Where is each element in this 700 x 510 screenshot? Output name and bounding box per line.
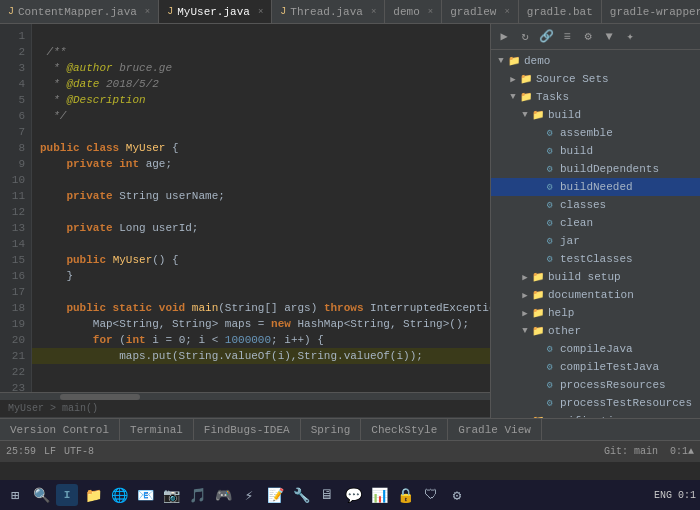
gradle-panel: ▶ ↻ 🔗 ≡ ⚙ ▼ ✦ ▼ 📁 demo ▶ 📁 Source Sets (490, 24, 700, 418)
run-button[interactable]: ▶ (495, 28, 513, 46)
bottom-tab-terminal[interactable]: Terminal (120, 419, 194, 441)
java-icon: J (167, 6, 173, 17)
tab-bar: J ContentMapper.java × J MyUser.java × J… (0, 0, 700, 24)
gradle-task-compilejava[interactable]: ⚙ compileJava (491, 340, 700, 358)
arrow-icon (531, 361, 543, 373)
folder-icon: 📁 (531, 108, 545, 122)
game-icon[interactable]: 🎮 (212, 484, 234, 506)
expand-button[interactable]: ≡ (558, 28, 576, 46)
gradle-task-build[interactable]: ⚙ build (491, 142, 700, 160)
arrow-icon: ▼ (519, 325, 531, 337)
start-button[interactable]: ⊞ (4, 484, 26, 506)
search-icon[interactable]: 🔍 (30, 484, 52, 506)
dropdown-button[interactable]: ▼ (600, 28, 618, 46)
arrow-icon (531, 181, 543, 193)
gradle-task-processresources[interactable]: ⚙ processResources (491, 376, 700, 394)
task-icon: ⚙ (543, 396, 557, 410)
bottom-tab-checkstyle[interactable]: CheckStyle (361, 419, 448, 441)
display-icon[interactable]: 🖥 (316, 484, 338, 506)
gradle-node-tasks[interactable]: ▼ 📁 Tasks (491, 88, 700, 106)
arrow-icon (531, 199, 543, 211)
lock-icon[interactable]: 🔒 (394, 484, 416, 506)
arrow-icon: ▶ (519, 307, 531, 319)
tab-gradlewrapper[interactable]: gradle-wrapper.properties (602, 0, 700, 24)
folder-icon: 📁 (531, 306, 545, 320)
gradle-node-help[interactable]: ▶ 📁 help (491, 304, 700, 322)
task-icon: ⚙ (543, 198, 557, 212)
arrow-icon: ▼ (507, 91, 519, 103)
gradle-task-buildneeded[interactable]: ⚙ buildNeeded (491, 178, 700, 196)
settings-button[interactable]: ⚙ (579, 28, 597, 46)
gradle-node-demo[interactable]: ▼ 📁 demo (491, 52, 700, 70)
tab-close[interactable]: × (258, 7, 263, 17)
tab-close[interactable]: × (504, 7, 509, 17)
gradle-task-assemble[interactable]: ⚙ assemble (491, 124, 700, 142)
bottom-tab-gradleview[interactable]: Gradle View (448, 419, 542, 441)
tools-icon[interactable]: 🔧 (290, 484, 312, 506)
gradle-node-sourcesets[interactable]: ▶ 📁 Source Sets (491, 70, 700, 88)
tab-thread[interactable]: J Thread.java × (272, 0, 385, 24)
gradle-task-classes[interactable]: ⚙ classes (491, 196, 700, 214)
gradle-node-verification[interactable]: ▶ 📁 verification (491, 412, 700, 418)
tab-contentmapper[interactable]: J ContentMapper.java × (0, 0, 159, 24)
chart-icon[interactable]: 📊 (368, 484, 390, 506)
tab-gradlebat[interactable]: gradle.bat (519, 0, 602, 24)
arrow-icon (531, 253, 543, 265)
shield-icon[interactable]: 🛡 (420, 484, 442, 506)
explorer-icon[interactable]: 📁 (82, 484, 104, 506)
notes-icon[interactable]: 📝 (264, 484, 286, 506)
camera-icon[interactable]: 📷 (160, 484, 182, 506)
gradle-task-builddependents[interactable]: ⚙ buildDependents (491, 160, 700, 178)
browser-icon[interactable]: 🌐 (108, 484, 130, 506)
taskbar-time: 0:1 (678, 490, 696, 501)
bottom-tab-findbugs[interactable]: FindBugs-IDEA (194, 419, 301, 441)
arrow-icon (531, 163, 543, 175)
gradle-node-other[interactable]: ▼ 📁 other (491, 322, 700, 340)
chat-icon[interactable]: 💬 (342, 484, 364, 506)
status-position: 25:59 (6, 446, 36, 457)
status-time: 0:1▲ (670, 446, 694, 457)
task-icon: ⚙ (543, 360, 557, 374)
star-button[interactable]: ✦ (621, 28, 639, 46)
code-content[interactable]: /** * @author bruce.ge * @date 2018/5/2 … (32, 24, 490, 392)
task-icon: ⚙ (543, 234, 557, 248)
gradle-node-build[interactable]: ▼ 📁 build (491, 106, 700, 124)
power-icon[interactable]: ⚡ (238, 484, 260, 506)
settings-icon[interactable]: ⚙ (446, 484, 468, 506)
gradle-node-buildsetup[interactable]: ▶ 📁 build setup (491, 268, 700, 286)
horizontal-scrollbar[interactable] (0, 392, 490, 400)
java-icon: J (8, 6, 14, 17)
tab-close[interactable]: × (371, 7, 376, 17)
gradle-node-documentation[interactable]: ▶ 📁 documentation (491, 286, 700, 304)
intellij-icon[interactable]: I (56, 484, 78, 506)
arrow-icon: ▶ (519, 271, 531, 283)
java-icon: J (280, 6, 286, 17)
status-git: Git: main (604, 446, 658, 457)
taskbar-lang: ENG (654, 490, 672, 501)
gradle-task-testclasses[interactable]: ⚙ testClasses (491, 250, 700, 268)
gradle-task-compiletestjava[interactable]: ⚙ compileTestJava (491, 358, 700, 376)
music-icon[interactable]: 🎵 (186, 484, 208, 506)
status-bar: 25:59 LF UTF-8 Git: main 0:1▲ (0, 440, 700, 462)
gradle-task-clean[interactable]: ⚙ clean (491, 214, 700, 232)
refresh-button[interactable]: ↻ (516, 28, 534, 46)
bottom-tab-versioncontrol[interactable]: Version Control (0, 419, 120, 441)
folder-icon: 📁 (519, 90, 533, 104)
gradle-task-processtestresources[interactable]: ⚙ processTestResources (491, 394, 700, 412)
arrow-icon: ▶ (507, 73, 519, 85)
tab-demo[interactable]: demo × (385, 0, 442, 24)
link-button[interactable]: 🔗 (537, 28, 555, 46)
task-icon: ⚙ (543, 162, 557, 176)
tab-close[interactable]: × (145, 7, 150, 17)
arrow-icon (531, 379, 543, 391)
taskbar: ⊞ 🔍 I 📁 🌐 📧 📷 🎵 🎮 ⚡ 📝 🔧 🖥 💬 📊 🔒 🛡 ⚙ ENG … (0, 480, 700, 510)
tab-myuser[interactable]: J MyUser.java × (159, 0, 272, 24)
tab-close[interactable]: × (428, 7, 433, 17)
gradle-task-jar[interactable]: ⚙ jar (491, 232, 700, 250)
task-icon: ⚙ (543, 252, 557, 266)
mail-icon[interactable]: 📧 (134, 484, 156, 506)
folder-icon: 📁 (531, 324, 545, 338)
bottom-tab-spring[interactable]: Spring (301, 419, 362, 441)
bottom-tabs: Version Control Terminal FindBugs-IDEA S… (0, 418, 700, 440)
tab-gradlew[interactable]: gradlew × (442, 0, 519, 24)
